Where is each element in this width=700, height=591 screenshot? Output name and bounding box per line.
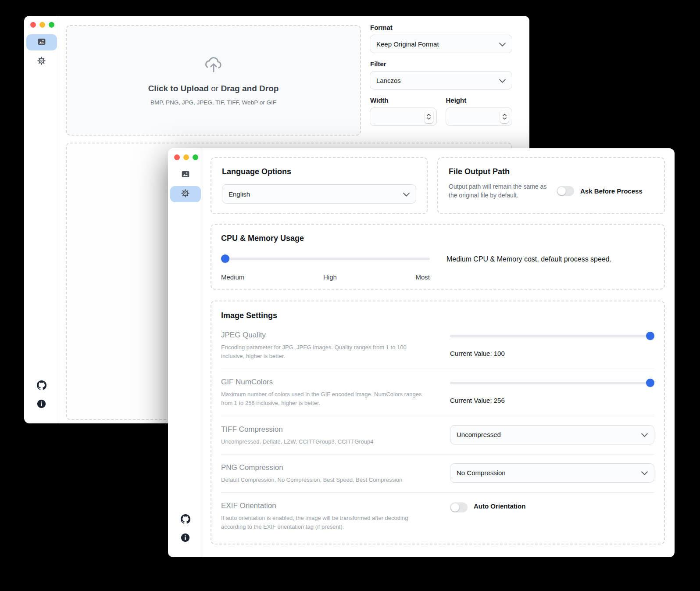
filter-select[interactable]: Lanczos [370, 71, 512, 90]
language-value: English [229, 190, 250, 198]
chevron-down-icon [499, 40, 506, 48]
jpeg-quality-description: Encoding parameter for JPG, JPEG images.… [221, 343, 431, 361]
sidebar [24, 16, 59, 423]
gear-icon [37, 56, 46, 67]
tick-high: High [323, 273, 337, 281]
cloud-upload-icon [202, 55, 225, 77]
upload-title: Click to Upload or Drag and Drop [148, 84, 279, 93]
jpeg-quality-slider[interactable] [450, 332, 654, 340]
toggle-knob [451, 503, 459, 512]
image-settings-section: Image Settings JPEG Quality Encoding par… [211, 301, 665, 544]
language-options-title: Language Options [222, 167, 416, 176]
upload-formats: BMP, PNG, JPG, JPEG, TIF, TIFF, WebP or … [150, 99, 276, 106]
png-compression-value: No Compression [457, 469, 506, 476]
jpeg-quality-current-value: Current Value: 100 [450, 350, 654, 357]
toggle-knob [557, 187, 566, 195]
chevron-down-icon [499, 77, 506, 84]
tick-most: Most [415, 273, 430, 281]
sidebar-item-settings[interactable] [170, 186, 201, 202]
tick-medium: Medium [221, 273, 244, 281]
close-button[interactable] [30, 22, 36, 28]
gif-numcolors-slider[interactable] [450, 379, 654, 387]
width-label: Width [370, 97, 437, 104]
height-label: Height [446, 97, 513, 104]
zoom-button[interactable] [193, 154, 198, 160]
height-input[interactable] [446, 107, 513, 126]
zoom-button[interactable] [49, 22, 54, 28]
auto-orientation-label: Auto Orientation [474, 502, 525, 510]
info-icon[interactable] [181, 533, 190, 544]
minimize-button[interactable] [183, 154, 189, 160]
stepper-icon[interactable] [500, 111, 509, 123]
info-icon[interactable] [37, 399, 46, 410]
cpu-status-text: Medium CPU & Memory cost, default proces… [446, 255, 611, 263]
upload-title-or: or [209, 84, 221, 93]
slider-track [221, 258, 430, 260]
file-output-path-section: File Output Path Output path will remain… [437, 157, 665, 214]
gif-numcolors-current-value: Current Value: 256 [450, 397, 654, 404]
chevron-down-icon [403, 190, 410, 198]
png-compression-select[interactable]: No Compression [450, 463, 654, 483]
language-select[interactable]: English [222, 184, 416, 204]
traffic-lights [30, 22, 54, 28]
png-compression-title: PNG Compression [221, 463, 431, 472]
language-options-section: Language Options English [211, 157, 428, 214]
close-button[interactable] [174, 154, 180, 160]
ask-before-process-label: Ask Before Process [580, 187, 643, 195]
output-path-description: Output path will remain the same as the … [449, 182, 549, 200]
tiff-compression-title: TIFF Compression [221, 425, 431, 434]
cpu-memory-title: CPU & Memory Usage [221, 234, 654, 243]
tiff-compression-value: Uncompressed [457, 431, 501, 438]
sidebar-item-convert[interactable] [26, 34, 57, 50]
tiff-compression-select[interactable]: Uncompressed [450, 425, 654, 444]
upload-title-click: Click to Upload [148, 84, 209, 93]
auto-orientation-toggle[interactable] [450, 502, 468, 512]
png-compression-description: Default Compression, No Compression, Bes… [221, 476, 431, 484]
image-icon [181, 170, 190, 180]
image-icon [37, 37, 46, 48]
cpu-memory-slider[interactable] [221, 254, 430, 263]
cpu-slider-ticks: Medium High Most [221, 273, 430, 281]
stepper-icon[interactable] [425, 111, 433, 123]
sidebar [168, 148, 203, 557]
exif-orientation-description: If auto orientation is enabled, the imag… [221, 514, 431, 531]
png-compression-row: PNG Compression Default Compression, No … [221, 454, 654, 492]
tiff-compression-row: TIFF Compression Uncompressed, Deflate, … [221, 416, 654, 454]
gear-icon [181, 189, 190, 200]
settings-window: Language Options English File Output Pat… [168, 148, 675, 557]
width-input[interactable] [370, 107, 437, 126]
exif-orientation-title: EXIF Orientation [221, 501, 431, 510]
upload-dropzone[interactable]: Click to Upload or Drag and Drop BMP, PN… [66, 25, 361, 136]
github-icon[interactable] [181, 514, 190, 526]
jpeg-quality-title: JPEG Quality [221, 331, 431, 340]
sidebar-item-settings[interactable] [26, 54, 57, 70]
chevron-down-icon [641, 469, 648, 476]
filter-value: Lanczos [376, 77, 401, 84]
jpeg-quality-row: JPEG Quality Encoding parameter for JPG,… [221, 322, 654, 369]
upload-title-drag: Drag and Drop [221, 84, 279, 93]
slider-thumb[interactable] [646, 379, 654, 387]
gif-numcolors-row: GIF NumColors Maximum number of colors u… [221, 369, 654, 415]
format-select[interactable]: Keep Original Format [370, 35, 512, 53]
slider-track [450, 335, 654, 337]
format-value: Keep Original Format [376, 40, 439, 48]
sidebar-item-convert[interactable] [170, 167, 201, 183]
slider-track [450, 382, 654, 384]
traffic-lights [174, 154, 198, 160]
gif-numcolors-title: GIF NumColors [221, 378, 431, 387]
slider-thumb[interactable] [221, 254, 229, 263]
slider-thumb[interactable] [646, 332, 654, 340]
file-output-path-title: File Output Path [449, 167, 654, 176]
tiff-compression-description: Uncompressed, Deflate, LZW, CCITTGroup3,… [221, 437, 431, 446]
exif-orientation-row: EXIF Orientation If auto orientation is … [221, 492, 654, 539]
image-settings-title: Image Settings [221, 311, 654, 320]
cpu-memory-section: CPU & Memory Usage Medium High Most Medi… [211, 224, 665, 290]
ask-before-process-toggle[interactable] [557, 186, 574, 196]
minimize-button[interactable] [39, 22, 45, 28]
format-label: Format [370, 24, 512, 31]
gif-numcolors-description: Maximum number of colors used in the GIF… [221, 390, 431, 408]
chevron-down-icon [641, 431, 648, 438]
github-icon[interactable] [37, 380, 46, 392]
convert-options-panel: Format Keep Original Format Filter Lancz… [370, 24, 512, 126]
filter-label: Filter [370, 60, 512, 68]
